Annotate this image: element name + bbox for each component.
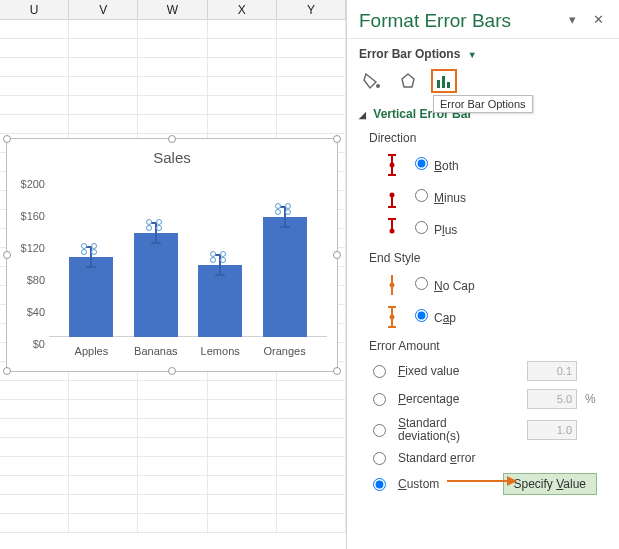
direction-plus-radio[interactable]	[415, 221, 428, 234]
bar[interactable]	[198, 265, 242, 337]
nocap-icon	[381, 272, 403, 298]
endstyle-nocap-radio[interactable]	[415, 277, 428, 290]
data-point-marker	[156, 225, 162, 231]
error-cap	[280, 226, 290, 228]
option-category-icons: Error Bar Options	[347, 65, 619, 103]
format-error-bars-pane: Format Error Bars ▾ ✕ Error Bar Options …	[346, 0, 619, 549]
data-point-marker	[210, 257, 216, 263]
minus-icon	[381, 184, 403, 210]
amount-fixed-radio[interactable]	[373, 365, 386, 378]
effects-icon[interactable]	[395, 69, 421, 93]
data-point-marker	[275, 203, 281, 209]
fill-line-icon[interactable]	[359, 69, 385, 93]
svg-rect-3	[442, 76, 445, 88]
data-point-marker	[146, 219, 152, 225]
y-tick-label: $200	[11, 178, 45, 190]
amount-stderr-label[interactable]: Standard error	[398, 451, 597, 465]
data-point-marker	[220, 257, 226, 263]
y-tick-label: $40	[11, 306, 45, 318]
close-icon[interactable]: ✕	[589, 12, 607, 30]
spreadsheet-grid[interactable]: U V W X Y Sales $0$40$80$120$160$200Appl…	[0, 0, 346, 549]
data-point-marker	[285, 203, 291, 209]
y-tick-label: $120	[11, 242, 45, 254]
direction-label: Direction	[347, 125, 619, 149]
svg-point-16	[390, 283, 395, 288]
col-header[interactable]: Y	[277, 0, 346, 19]
endstyle-cap-option[interactable]: Cap	[415, 309, 456, 325]
bar[interactable]	[263, 217, 307, 337]
bar[interactable]	[69, 257, 113, 337]
y-tick-label: $0	[11, 338, 45, 350]
amount-stddev-input[interactable]: 1.0	[527, 420, 577, 440]
amount-custom-radio[interactable]	[373, 478, 386, 491]
resize-handle[interactable]	[333, 367, 341, 375]
endstyle-label: End Style	[347, 245, 619, 269]
data-point-marker	[285, 209, 291, 215]
x-tick-label: Lemons	[190, 345, 250, 357]
endstyle-cap-radio[interactable]	[415, 309, 428, 322]
column-headers: U V W X Y	[0, 0, 346, 20]
chart-object[interactable]: Sales $0$40$80$120$160$200ApplesBananasL…	[6, 138, 338, 372]
error-bar-options-dropdown[interactable]: Error Bar Options ▼	[347, 39, 619, 65]
y-tick-label: $160	[11, 210, 45, 222]
svg-rect-2	[437, 80, 440, 88]
amount-percentage-input[interactable]: 5.0	[527, 389, 577, 409]
y-tick-label: $80	[11, 274, 45, 286]
resize-handle[interactable]	[168, 135, 176, 143]
data-point-marker	[156, 219, 162, 225]
amount-stddev-label[interactable]: Standarddeviation(s)	[398, 417, 519, 443]
x-tick-label: Bananas	[126, 345, 186, 357]
resize-handle[interactable]	[333, 135, 341, 143]
cap-icon	[381, 304, 403, 330]
chart-title[interactable]: Sales	[7, 139, 337, 166]
bar[interactable]	[134, 233, 178, 337]
svg-rect-4	[447, 82, 450, 88]
amount-percentage-label[interactable]: Percentage	[398, 392, 519, 406]
plot-area[interactable]: $0$40$80$120$160$200ApplesBananasLemonsO…	[49, 177, 327, 337]
pane-title: Format Error Bars	[359, 10, 555, 32]
plus-icon	[381, 216, 403, 242]
tooltip: Error Bar Options	[433, 95, 533, 113]
data-point-marker	[81, 249, 87, 255]
amount-fixed-label[interactable]: Fixed value	[398, 364, 519, 378]
direction-minus-option[interactable]: Minus	[415, 189, 466, 205]
svg-point-0	[376, 84, 380, 88]
percent-sign: %	[585, 392, 597, 406]
svg-point-11	[390, 193, 395, 198]
pane-options-icon[interactable]: ▾	[563, 12, 581, 30]
col-header[interactable]: W	[138, 0, 207, 19]
pane-header: Format Error Bars ▾ ✕	[347, 0, 619, 39]
amount-stderr-radio[interactable]	[373, 452, 386, 465]
col-header[interactable]: X	[208, 0, 277, 19]
error-cap	[215, 274, 225, 276]
collapse-icon: ◢	[359, 110, 366, 120]
both-icon	[381, 152, 403, 178]
svg-point-14	[390, 229, 395, 234]
resize-handle[interactable]	[3, 135, 11, 143]
amount-fixed-input[interactable]: 0.1	[527, 361, 577, 381]
direction-plus-option[interactable]: Plus	[415, 221, 457, 237]
resize-handle[interactable]	[333, 251, 341, 259]
resize-handle[interactable]	[3, 251, 11, 259]
col-header[interactable]: U	[0, 0, 69, 19]
amount-stddev-radio[interactable]	[373, 424, 386, 437]
amount-percentage-radio[interactable]	[373, 393, 386, 406]
direction-both-radio[interactable]	[415, 157, 428, 170]
amount-label: Error Amount	[347, 333, 619, 357]
resize-handle[interactable]	[168, 367, 176, 375]
resize-handle[interactable]	[3, 367, 11, 375]
endstyle-nocap-option[interactable]: No Cap	[415, 277, 475, 293]
svg-point-8	[390, 163, 395, 168]
data-point-marker	[220, 251, 226, 257]
direction-both-option[interactable]: Both	[415, 157, 459, 173]
bar-options-icon[interactable]	[431, 69, 457, 93]
chevron-down-icon: ▼	[468, 50, 477, 60]
x-tick-label: Apples	[61, 345, 121, 357]
data-point-marker	[91, 249, 97, 255]
direction-minus-radio[interactable]	[415, 189, 428, 202]
error-cap	[86, 266, 96, 268]
amount-custom-label[interactable]: Custom	[398, 477, 495, 491]
col-header[interactable]: V	[69, 0, 138, 19]
specify-value-button[interactable]: Specify Value	[503, 473, 598, 495]
dropdown-label: Error Bar Options	[359, 47, 460, 61]
